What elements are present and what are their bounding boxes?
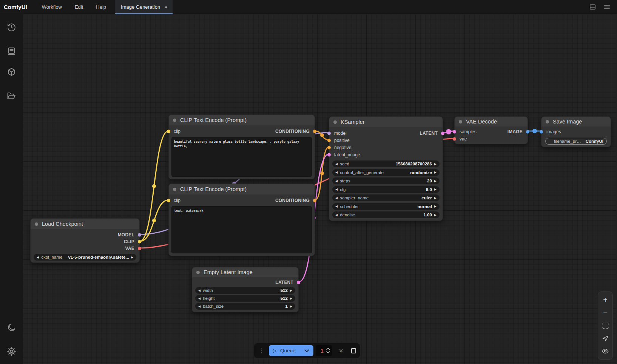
node-header[interactable]: CLIP Text Encode (Prompt): [169, 184, 315, 194]
slot-dot-clip-input[interactable]: [167, 130, 170, 133]
arrow-right-icon[interactable]: ▶: [290, 289, 292, 292]
clear-queue-icon[interactable]: ×: [339, 347, 343, 354]
slot-dot-image-output[interactable]: [526, 130, 529, 133]
node-clip-text-encode-negative[interactable]: CLIP Text Encode (Prompt) clip CONDITION…: [168, 184, 315, 256]
arrow-right-icon[interactable]: ▶: [434, 196, 437, 200]
workflows-folder-icon[interactable]: [6, 91, 16, 100]
batch-count-value[interactable]: 1: [318, 348, 326, 354]
node-load-checkpoint[interactable]: Load Checkpoint MODEL CLIP VAE ◀ ckpt_n: [30, 218, 140, 263]
arrow-left-icon[interactable]: ◀: [335, 179, 338, 183]
arrow-left-icon[interactable]: ◀: [335, 188, 338, 191]
slot-dot-vae[interactable]: [138, 247, 141, 250]
widget-scheduler[interactable]: ◀ scheduler normal ▶: [332, 203, 440, 210]
slot-dot-latent-output[interactable]: [297, 281, 300, 284]
collapse-dot-icon[interactable]: [333, 120, 337, 124]
node-header[interactable]: Empty Latent Image: [192, 267, 298, 277]
arrow-right-icon[interactable]: ▶: [434, 213, 437, 217]
slot-dot-model-input[interactable]: [327, 131, 331, 135]
link-midpoint-dot[interactable]: [532, 129, 537, 133]
navigation-arrow-icon[interactable]: [601, 334, 610, 343]
widget-cfg[interactable]: ◀ cfg 8.0 ▶: [332, 186, 440, 193]
node-ksampler[interactable]: KSampler model LATENT positive negative: [329, 116, 443, 221]
arrow-left-icon[interactable]: ◀: [335, 171, 338, 174]
zoom-out-icon[interactable]: −: [601, 308, 610, 318]
stop-icon[interactable]: [351, 348, 356, 353]
widget-control-after-generate[interactable]: ◀ control_after_generate randomize ▶: [332, 169, 440, 176]
slot-dot-images-input[interactable]: [540, 130, 543, 133]
menu-help[interactable]: Help: [89, 0, 113, 14]
arrow-left-icon[interactable]: ◀: [335, 196, 338, 200]
zoom-in-icon[interactable]: +: [601, 296, 610, 305]
arrow-left-icon[interactable]: ◀: [198, 289, 201, 292]
menu-workflow[interactable]: Workflow: [35, 0, 68, 14]
model-library-cube-icon[interactable]: [6, 67, 16, 77]
menu-edit[interactable]: Edit: [68, 0, 89, 14]
hamburger-menu-icon[interactable]: [600, 0, 614, 14]
collapse-dot-icon[interactable]: [173, 188, 176, 191]
widget-seed[interactable]: ◀ seed 156680208700286 ▶: [332, 160, 440, 167]
arrow-left-icon[interactable]: ◀: [37, 256, 39, 259]
prompt-textarea[interactable]: text, watermark: [171, 206, 312, 253]
widget-filename-prefix[interactable]: filename_prefix ComfyUI: [545, 138, 607, 145]
arrow-right-icon[interactable]: ▶: [434, 171, 437, 174]
widget-height[interactable]: ◀ height 512 ▶: [195, 295, 295, 302]
slot-dot-model[interactable]: [138, 233, 141, 237]
queue-list-icon[interactable]: [6, 46, 16, 56]
arrow-right-icon[interactable]: ▶: [434, 162, 437, 166]
collapse-dot-icon[interactable]: [35, 222, 38, 226]
graph-canvas[interactable]: Load Checkpoint MODEL CLIP VAE ◀ ckpt_n: [23, 14, 617, 364]
chevron-down-icon[interactable]: [304, 347, 309, 354]
settings-gear-icon[interactable]: [6, 346, 16, 356]
link-midpoint-dot[interactable]: [152, 219, 156, 222]
arrow-left-icon[interactable]: ◀: [335, 213, 338, 217]
toggle-bottom-panel-icon[interactable]: [585, 0, 600, 14]
arrow-right-icon[interactable]: ▶: [434, 205, 437, 208]
spinner-up-icon[interactable]: [326, 348, 330, 350]
node-header[interactable]: KSampler: [329, 117, 443, 127]
widget-sampler-name[interactable]: ◀ sampler_name euler ▶: [332, 194, 440, 201]
arrow-right-icon[interactable]: ▶: [131, 256, 133, 259]
eye-icon[interactable]: [601, 347, 610, 356]
arrow-left-icon[interactable]: ◀: [335, 205, 338, 208]
node-clip-text-encode-positive[interactable]: CLIP Text Encode (Prompt) clip CONDITION…: [168, 114, 315, 179]
widget-denoise[interactable]: ◀ denoise 1.00 ▶: [332, 211, 440, 218]
node-header[interactable]: Load Checkpoint: [31, 219, 139, 229]
comfyui-logo[interactable]: ComfyUI: [0, 4, 35, 10]
queue-button[interactable]: ▷ Queue: [269, 345, 313, 356]
arrow-left-icon[interactable]: ◀: [198, 305, 201, 308]
slot-dot-conditioning-output[interactable]: [313, 130, 316, 133]
slot-dot-clip[interactable]: [138, 240, 141, 244]
link-midpoint-dot[interactable]: [446, 129, 451, 134]
slot-dot-latent-input[interactable]: [327, 153, 331, 156]
spinner-down-icon[interactable]: [326, 351, 330, 353]
collapse-dot-icon[interactable]: [196, 271, 200, 274]
node-header[interactable]: VAE Decode: [455, 117, 528, 126]
arrow-right-icon[interactable]: ▶: [290, 305, 292, 308]
link-midpoint-dot[interactable]: [320, 171, 324, 175]
tab-image-generation[interactable]: Image Generation ●: [115, 0, 173, 14]
slot-dot-vae-input[interactable]: [453, 137, 456, 140]
arrow-left-icon[interactable]: ◀: [335, 162, 338, 166]
node-header[interactable]: CLIP Text Encode (Prompt): [169, 115, 315, 125]
slot-dot-conditioning-output[interactable]: [313, 199, 316, 202]
node-save-image[interactable]: Save Image images filename_prefix ComfyU…: [541, 116, 611, 147]
fit-view-icon[interactable]: [601, 321, 610, 330]
collapse-dot-icon[interactable]: [459, 120, 462, 123]
arrow-right-icon[interactable]: ▶: [290, 297, 292, 300]
drag-handle-icon[interactable]: ⋮: [259, 347, 264, 354]
node-empty-latent-image[interactable]: Empty Latent Image LATENT ◀ width 512 ▶ …: [192, 267, 299, 312]
widget-batch-size[interactable]: ◀ batch_size 1 ▶: [195, 303, 295, 310]
arrow-left-icon[interactable]: ◀: [198, 297, 201, 300]
link-midpoint-dot[interactable]: [320, 133, 324, 137]
collapse-dot-icon[interactable]: [546, 120, 549, 123]
arrow-right-icon[interactable]: ▶: [434, 179, 437, 183]
slot-dot-samples-input[interactable]: [453, 130, 456, 133]
slot-dot-negative-input[interactable]: [327, 146, 331, 149]
prompt-textarea[interactable]: beautiful scenery nature glass bottle la…: [171, 137, 312, 177]
collapse-dot-icon[interactable]: [173, 119, 176, 122]
slot-dot-clip-input[interactable]: [167, 199, 170, 202]
widget-steps[interactable]: ◀ steps 20 ▶: [332, 177, 440, 184]
widget-ckpt-name[interactable]: ◀ ckpt_name v1-5-pruned-emaonly.safete..…: [34, 254, 136, 261]
node-vae-decode[interactable]: VAE Decode samples IMAGE vae: [454, 116, 528, 144]
widget-width[interactable]: ◀ width 512 ▶: [195, 287, 295, 294]
